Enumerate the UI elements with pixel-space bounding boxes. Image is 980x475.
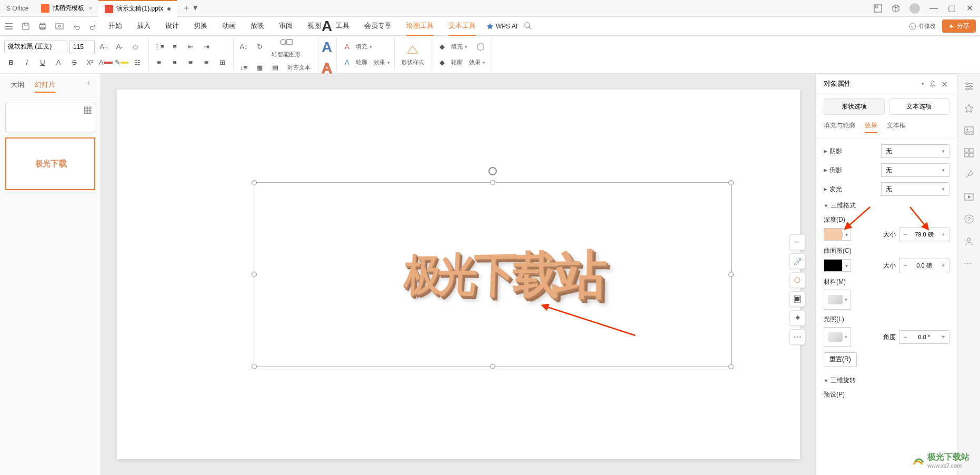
smart-shape-button[interactable]: 转智能图形 [268,35,304,58]
strip-tool-icon[interactable] [964,170,974,180]
collapse-icon[interactable]: ‹ [87,78,90,93]
shape-outline-button[interactable]: ◆ [435,56,449,70]
clear-format-button[interactable]: ◇ [128,40,142,54]
search-icon[interactable] [524,22,533,31]
align-right-button[interactable]: ≡ [184,56,197,70]
depth-color-swatch[interactable]: ▾ [824,228,851,241]
strip-person-icon[interactable] [964,236,974,246]
depth-size-spinner[interactable]: − 79.0 磅 + [899,227,949,241]
menu-view[interactable]: 视图 [307,17,321,36]
more-button[interactable]: ⋯ [789,329,805,345]
redo-icon[interactable] [88,22,98,31]
minimize-button[interactable]: — [929,4,938,13]
font-decrease-button[interactable]: A- [113,40,126,54]
highlight-color-button[interactable]: ✎ [115,56,128,70]
text-rotate-button[interactable]: ↻ [253,40,266,54]
rotate-handle[interactable] [488,167,497,175]
close-icon[interactable]: × [88,5,92,12]
text-direction-button[interactable]: A↕ [237,40,251,54]
bold-button[interactable]: B [4,56,18,70]
align-left-button[interactable]: ≡ [152,56,166,70]
layout-button[interactable] [789,291,805,307]
text-fill-button[interactable]: A [340,40,354,54]
increase-button[interactable]: + [937,262,949,269]
strip-star-icon[interactable] [964,103,974,114]
contour-size-spinner[interactable]: − 0.0 磅 + [899,259,949,272]
print-icon[interactable] [38,22,47,31]
close-button[interactable]: ✕ [965,4,974,13]
shape-style-button[interactable]: 形状样式 [398,43,427,66]
reset-button[interactable]: 重置(R) [824,352,857,367]
decrease-button[interactable]: − [899,231,911,238]
slide-thumb-1[interactable]: 极光下载 [5,137,95,190]
slide-canvas[interactable]: 极光下载站 [117,90,800,459]
slide-thumb-0[interactable] [5,103,95,132]
line-spacing-button[interactable]: ↕≡ [237,61,251,74]
underline-button[interactable]: U [36,56,49,70]
expand-icon[interactable]: ▶ [824,149,827,154]
paint-button[interactable] [789,272,805,288]
fill-outline-subtab[interactable]: 填充与轮廓 [824,121,855,133]
menu-start[interactable]: 开始 [108,17,122,36]
shape-options-tab[interactable]: 形状选项 [824,98,885,115]
align-justify-button[interactable]: ≡ [199,56,213,70]
column-button-1[interactable]: ▦ [253,61,266,74]
text-options-tab[interactable]: 文本选项 [889,98,950,115]
slides-tab[interactable]: 幻灯片 [35,78,55,93]
collapse-icon[interactable]: ▼ [824,378,828,383]
reflection-select[interactable]: 无▾ [881,163,949,177]
lighting-button[interactable]: ▾ [824,327,851,347]
minus-button[interactable]: − [789,234,805,250]
highlight-button[interactable]: A [52,56,65,70]
undo-icon[interactable] [72,22,81,31]
menu-member[interactable]: 会员专享 [364,17,392,36]
wordart-style-2[interactable]: A [322,39,332,56]
align-center-button[interactable]: ≡ [168,56,182,70]
shape-fill-button[interactable]: ◆ [435,40,449,54]
more-font-button[interactable]: ☷ [131,56,144,70]
text-outline-button[interactable]: A [340,56,354,70]
size-select[interactable] [69,41,95,53]
handle-mid-left[interactable] [252,272,257,277]
wps-ai-button[interactable]: WPS AI [486,23,517,30]
eyedropper-button[interactable] [789,253,805,269]
shadow-select[interactable]: 无▾ [881,144,949,158]
font-increase-button[interactable]: A+ [97,40,111,54]
handle-bottom-left[interactable] [252,364,257,369]
contour-color-swatch[interactable]: ▾ [824,259,851,272]
strip-image-icon[interactable] [964,125,974,136]
save-icon[interactable] [21,22,31,31]
menu-review[interactable]: 审阅 [279,17,293,36]
magic-button[interactable]: ✦ [789,310,805,326]
menu-transition[interactable]: 切换 [194,17,207,36]
glow-select[interactable]: 无▾ [881,182,949,196]
decrease-button[interactable]: − [899,262,911,269]
increase-button[interactable]: + [937,231,949,238]
indent-increase-button[interactable]: ⇥ [199,40,213,54]
strip-more-icon[interactable]: ⋯ [964,258,974,269]
strikethrough-button[interactable]: S [67,56,81,70]
layout-icon[interactable] [874,4,882,13]
distribute-button[interactable]: ⊞ [215,56,229,70]
bullet-list-button[interactable]: ⋮≡ [152,40,166,54]
handle-top-left[interactable] [252,180,257,185]
tab-templates[interactable]: 找稻壳模板 × [35,0,98,17]
strip-play-icon[interactable] [964,192,974,202]
outline-tab[interactable]: 大纲 [11,78,24,93]
menu-text-tools[interactable]: 文本工具 [448,17,476,36]
wordart-style-1[interactable]: A [322,18,332,35]
expand-icon[interactable]: ▶ [824,186,827,192]
menu-insert[interactable]: 插入 [137,17,151,36]
superscript-button[interactable]: X² [83,56,97,70]
strip-help-icon[interactable]: ? [964,214,974,224]
number-list-button[interactable]: ≡ [168,40,182,54]
collapse-icon[interactable]: ▼ [824,203,828,209]
menu-design[interactable]: 设计 [165,17,179,36]
menu-drawing-tools[interactable]: 绘图工具 [406,17,434,36]
font-select[interactable] [4,41,67,53]
angle-spinner[interactable]: − 0.0 ° + [899,330,949,344]
menu-slideshow[interactable]: 放映 [251,17,264,36]
tab-document[interactable]: 演示文稿(1).pptx [98,0,177,17]
maximize-button[interactable]: ▢ [947,4,956,13]
indent-decrease-button[interactable]: ⇤ [184,40,197,54]
